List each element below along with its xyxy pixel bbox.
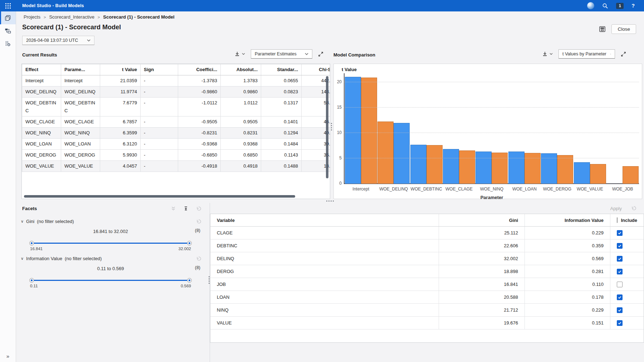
table-cell: -0.4918 xyxy=(178,161,221,172)
reset-icon[interactable] xyxy=(196,206,201,211)
reset-icon[interactable] xyxy=(631,206,636,211)
table-cell: 0.1484 xyxy=(261,139,302,150)
column-header[interactable]: Parame... xyxy=(61,64,100,75)
bar-WOE_VALUE[interactable] xyxy=(574,162,590,184)
bar-WOE_DEROG[interactable] xyxy=(557,155,573,184)
horizontal-scrollbar[interactable] xyxy=(24,195,295,198)
gridline xyxy=(344,107,639,108)
close-button[interactable]: Close xyxy=(611,24,636,34)
chevron-down-icon[interactable]: ∨ xyxy=(21,219,24,224)
bar-WOE_JOB[interactable] xyxy=(623,166,639,184)
include-checkbox[interactable] xyxy=(617,282,623,287)
breadcrumb-project-name[interactable]: Scorecard_Interactive xyxy=(49,14,94,20)
model-comparison-view-select[interactable]: t Values by Parameter xyxy=(558,49,615,59)
include-all-checkbox[interactable] xyxy=(617,217,618,223)
bar-WOE_DELINQ[interactable] xyxy=(377,122,394,184)
table-row[interactable]: WOE_NINQWOE_NINQ6.3599--0.82310.82310.12… xyxy=(22,128,331,139)
bar-WOE_DELINQ[interactable] xyxy=(394,123,410,184)
expand-all-icon[interactable] xyxy=(171,206,176,211)
include-checkbox[interactable] xyxy=(617,256,623,262)
bar-WOE_DEBTINC[interactable] xyxy=(426,145,443,184)
apply-button[interactable]: Apply xyxy=(608,205,624,212)
include-checkbox[interactable] xyxy=(617,307,623,313)
current-results-view-select[interactable]: Parameter Estimates xyxy=(251,49,312,59)
table-row[interactable]: WOE_DEROGWOE_DEROG5.9930--0.68500.68500.… xyxy=(22,150,331,161)
rail-item-results[interactable] xyxy=(0,11,16,24)
chevron-down-icon[interactable]: ∨ xyxy=(21,256,24,261)
download-menu-button[interactable] xyxy=(542,51,553,57)
slider-track[interactable] xyxy=(30,280,191,281)
bar-WOE_DEBTINC[interactable] xyxy=(410,145,426,184)
column-header[interactable]: Effect xyxy=(22,64,61,75)
reset-icon[interactable] xyxy=(196,256,201,261)
slider-handle-max[interactable] xyxy=(187,241,192,246)
facet-label[interactable]: Information Value xyxy=(26,256,62,261)
reset-icon[interactable] xyxy=(196,219,201,224)
maximize-icon[interactable] xyxy=(318,51,323,57)
include-checkbox[interactable] xyxy=(617,269,623,274)
horizontal-splitter-handle[interactable] xyxy=(326,200,334,202)
include-checkbox[interactable] xyxy=(617,230,623,236)
col-information-value[interactable]: Information Value xyxy=(525,214,610,227)
variable-row-ninq[interactable]: NINQ21.7120.229 xyxy=(210,304,644,317)
column-header[interactable]: t Value xyxy=(100,64,141,75)
vertical-scrollbar[interactable] xyxy=(326,76,328,178)
summary-table-icon[interactable] xyxy=(598,25,606,33)
variable-row-value[interactable]: VALUE19.6760.151 xyxy=(210,317,644,329)
breadcrumb-projects[interactable]: Projects xyxy=(24,14,40,20)
vertical-splitter-handle[interactable] xyxy=(209,276,210,284)
bar-Intercept[interactable] xyxy=(361,78,377,184)
column-header[interactable]: Standar... xyxy=(261,64,302,75)
bar-WOE_CLAGE[interactable] xyxy=(443,149,459,184)
slider-handle-min[interactable] xyxy=(29,278,34,283)
variable-row-clage[interactable]: CLAGE25.1120.229 xyxy=(210,227,644,239)
variable-row-debtinc[interactable]: DEBTINC22.6060.359 xyxy=(210,239,644,252)
slider-handle-max[interactable] xyxy=(187,278,192,283)
table-row[interactable]: InterceptIntercept21.0359--1.37831.37830… xyxy=(22,75,331,86)
run-timestamp-select[interactable]: 2026-04-08 13:07:10 UTC xyxy=(22,36,94,45)
download-menu-button[interactable] xyxy=(234,51,245,57)
col-variable[interactable]: Variable xyxy=(210,214,439,227)
variable-information-value: 0.229 xyxy=(525,227,610,239)
include-checkbox[interactable] xyxy=(617,320,623,326)
table-row[interactable]: WOE_DELINQWOE_DELINQ11.9774--0.98600.986… xyxy=(22,86,331,98)
bar-Intercept[interactable] xyxy=(345,77,361,184)
include-checkbox[interactable] xyxy=(617,243,623,249)
table-row[interactable]: WOE_VALUEWOE_VALUE4.0457--0.49180.49180.… xyxy=(22,161,331,172)
include-checkbox[interactable] xyxy=(617,294,623,300)
bar-WOE_VALUE[interactable] xyxy=(590,164,606,184)
vertical-splitter-handle[interactable] xyxy=(331,123,332,130)
help-icon[interactable]: ? xyxy=(631,3,635,9)
rail-item-data-settings[interactable] xyxy=(0,37,16,50)
variable-row-job[interactable]: JOB16.8410.110 xyxy=(210,278,644,291)
col-gini[interactable]: Gini xyxy=(439,214,525,227)
bar-WOE_LOAN[interactable] xyxy=(508,152,525,184)
rail-item-pipeline[interactable] xyxy=(0,24,16,37)
sas-sphere-icon[interactable] xyxy=(587,2,594,9)
variable-row-delinq[interactable]: DELINQ32.0020.569 xyxy=(210,252,644,265)
maximize-icon[interactable] xyxy=(621,51,626,57)
bar-WOE_NINQ[interactable] xyxy=(492,153,508,184)
sidebar-collapse-icon[interactable]: » xyxy=(0,353,16,359)
table-row[interactable]: WOE_DEBTINCWOE_DEBTINC7.6779--1.01121.01… xyxy=(22,98,331,116)
table-cell: 4.0457 xyxy=(100,161,141,172)
column-header[interactable]: Absolut... xyxy=(221,64,261,75)
notification-badge[interactable]: 1 xyxy=(616,3,624,9)
column-header[interactable]: Sign xyxy=(141,64,178,75)
slider-track[interactable] xyxy=(30,243,191,244)
table-row[interactable]: WOE_CLAGEWOE_CLAGE6.7857--0.95050.95050.… xyxy=(22,116,331,128)
column-header[interactable]: Coeffici... xyxy=(178,64,221,75)
bar-WOE_NINQ[interactable] xyxy=(475,152,492,184)
table-row[interactable]: WOE_LOANWOE_LOAN6.3120--0.93680.93680.14… xyxy=(22,139,331,150)
facet-minmax-labels: 0.110.569 xyxy=(30,284,191,288)
slider-min-label: 0.11 xyxy=(30,284,38,288)
variable-row-loan[interactable]: LOAN20.5880.178 xyxy=(210,291,644,304)
app-launcher-icon[interactable] xyxy=(0,0,16,11)
variable-row-derog[interactable]: DEROG18.8980.281 xyxy=(210,265,644,278)
column-header[interactable]: Chi-Squ... xyxy=(302,64,331,75)
collapse-all-icon[interactable] xyxy=(184,206,188,211)
facet-label[interactable]: Gini xyxy=(26,219,34,224)
search-icon[interactable] xyxy=(602,3,608,9)
slider-handle-min[interactable] xyxy=(29,241,34,246)
bar-WOE_CLAGE[interactable] xyxy=(459,150,475,184)
